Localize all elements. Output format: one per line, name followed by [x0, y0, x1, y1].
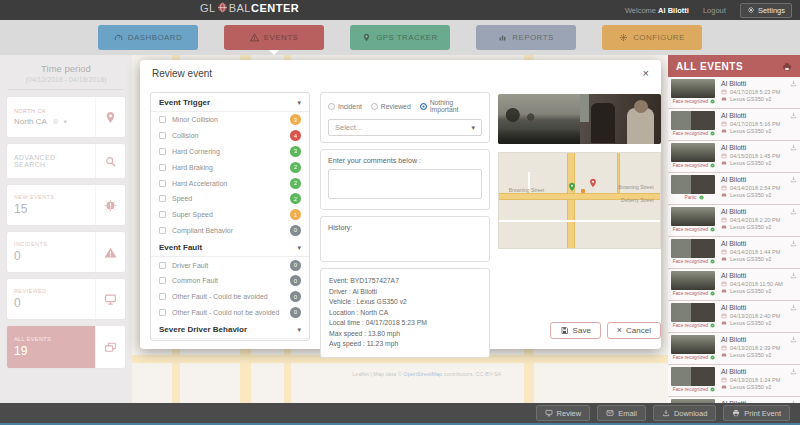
- event-card[interactable]: Face recognized Al Bilotti 04/14/2018 1:…: [668, 237, 800, 269]
- section-event-trigger[interactable]: Event Trigger ▾: [151, 93, 309, 112]
- end-marker-icon[interactable]: [588, 178, 598, 188]
- cancel-button[interactable]: × Cancel: [607, 322, 661, 339]
- radio-nothing-important[interactable]: Nothing Important: [420, 99, 482, 113]
- download-icon[interactable]: [790, 112, 797, 119]
- settings-button[interactable]: Settings: [740, 3, 792, 18]
- nav-dashboard-button[interactable]: DASHBOARD: [98, 25, 198, 50]
- print-event-button[interactable]: Print Event: [723, 405, 790, 421]
- event-thumbnail: [671, 111, 715, 130]
- download-icon[interactable]: [790, 80, 797, 87]
- checkbox[interactable]: [159, 132, 166, 139]
- event-card[interactable]: Face recognized Al Bilotti 04/13/2018 2:…: [668, 301, 800, 333]
- caret-down-icon: ▾: [297, 244, 301, 252]
- printer-icon[interactable]: [782, 57, 792, 75]
- event-card[interactable]: Face recognized Al Bilotti 04/14/2018 2:…: [668, 205, 800, 237]
- email-button[interactable]: Email: [597, 405, 646, 421]
- fault-common-fault[interactable]: Common Fault0: [151, 273, 309, 289]
- download-button[interactable]: Download: [653, 405, 716, 421]
- event-card[interactable]: Face recognized Al Bilotti 04/13/2018 2:…: [668, 333, 800, 365]
- download-icon[interactable]: [790, 368, 797, 375]
- review-form-column: Incident Reviewed Nothing Important Sele…: [320, 92, 490, 341]
- event-card[interactable]: Face recognized Al Bilotti 04/17/2018 5:…: [668, 77, 800, 109]
- download-icon[interactable]: [790, 304, 797, 311]
- trigger-collision[interactable]: Collision4: [151, 128, 309, 144]
- trigger-speed[interactable]: Speed2: [151, 191, 309, 207]
- trigger-super-speed[interactable]: Super Speed1: [151, 207, 309, 223]
- checkbox[interactable]: [159, 227, 166, 234]
- checkbox[interactable]: [159, 262, 166, 269]
- section-event-fault[interactable]: Event Fault ▾: [151, 238, 309, 257]
- trigger-minor-collision[interactable]: Minor Collision3: [151, 112, 309, 128]
- checkbox[interactable]: [159, 309, 166, 316]
- close-icon[interactable]: ×: [643, 68, 649, 79]
- radio-dot[interactable]: [328, 103, 335, 110]
- close-icon: ×: [617, 326, 622, 335]
- event-card[interactable]: Panic Al Bilotti 04/14/2018 2:54 PM Lexu…: [668, 173, 800, 205]
- download-icon[interactable]: [790, 272, 797, 279]
- comments-panel: Enter your comments below :: [320, 149, 490, 210]
- checkbox[interactable]: [159, 180, 166, 187]
- check-circle-icon: [710, 131, 715, 136]
- trigger-hard-cornering[interactable]: Hard Cornering3: [151, 144, 309, 160]
- checkbox[interactable]: [159, 148, 166, 155]
- start-marker-icon[interactable]: [567, 182, 577, 192]
- event-status: Face recognized: [671, 387, 717, 392]
- calendar-icon: [721, 377, 727, 383]
- event-location-map[interactable]: Browning Street Browning Street Deberry …: [498, 152, 661, 249]
- comments-textarea[interactable]: [328, 169, 482, 199]
- fault-other-avoidable[interactable]: Other Fault - Could be avoided0: [151, 289, 309, 305]
- event-card[interactable]: Face recognized Al Bilotti 04/15/2018 1:…: [668, 141, 800, 173]
- event-card[interactable]: Face recognized Al Bilotti 04/14/2018 11…: [668, 269, 800, 301]
- checkbox[interactable]: [159, 277, 166, 284]
- radio-incident[interactable]: Incident: [328, 103, 362, 110]
- event-vehicle: Lexus GS350 v2: [730, 128, 771, 134]
- download-icon[interactable]: [790, 176, 797, 183]
- checkbox[interactable]: [159, 164, 166, 171]
- checkbox[interactable]: [159, 211, 166, 218]
- caret-down-icon: ▾: [297, 326, 301, 334]
- download-icon[interactable]: [790, 144, 797, 151]
- download-icon[interactable]: [790, 240, 797, 247]
- count-badge: 4: [290, 130, 301, 141]
- radio-dot[interactable]: [371, 103, 378, 110]
- radio-dot[interactable]: [420, 103, 427, 110]
- count-badge: 0: [290, 260, 301, 271]
- event-vehicle: Lexus GS350 v2: [730, 256, 771, 262]
- download-icon[interactable]: [790, 336, 797, 343]
- review-button[interactable]: Review: [536, 405, 591, 421]
- checkbox[interactable]: [159, 116, 166, 123]
- calendar-icon: [721, 153, 727, 159]
- event-point-marker: [581, 189, 585, 193]
- logo-text-center: CENTER: [251, 2, 299, 14]
- car-icon: [721, 96, 727, 102]
- save-button[interactable]: Save: [550, 322, 601, 339]
- section-severe-driver-behavior[interactable]: Severe Driver Behavior ▾: [151, 320, 309, 339]
- nav-configure-button[interactable]: CONFIGURE: [602, 25, 702, 50]
- radio-reviewed[interactable]: Reviewed: [371, 103, 411, 110]
- checkbox[interactable]: [159, 195, 166, 202]
- logout-link[interactable]: Logout: [703, 6, 726, 15]
- street-label: Browning Street: [618, 184, 654, 190]
- dashcam-snapshot[interactable]: [498, 94, 661, 144]
- check-circle-icon: [710, 163, 715, 168]
- event-card[interactable]: Face recognized Al Bilotti 04/17/2018 5:…: [668, 109, 800, 141]
- trigger-hard-braking[interactable]: Hard Braking2: [151, 159, 309, 175]
- download-icon[interactable]: [790, 208, 797, 215]
- calendar-icon: [721, 345, 727, 351]
- trigger-hard-acceleration[interactable]: Hard Acceleration2: [151, 175, 309, 191]
- calendar-icon: [721, 217, 727, 223]
- event-card[interactable]: Face recognized Al Bilotti 04/13/2018 1:…: [668, 365, 800, 397]
- fault-other-unavoidable[interactable]: Other Fault - Could not be avoided0: [151, 305, 309, 321]
- count-badge: 2: [290, 178, 301, 189]
- nav-reports-button[interactable]: REPORTS: [476, 25, 576, 50]
- behavior-driver-unbelted[interactable]: Driver Unbelted3: [151, 339, 309, 341]
- nav-events-button[interactable]: EVENTS: [224, 25, 324, 50]
- checkbox[interactable]: [159, 293, 166, 300]
- count-badge: 0: [290, 225, 301, 236]
- nav-gps-tracker-button[interactable]: GPS TRACKER: [350, 25, 450, 50]
- fault-driver-fault[interactable]: Driver Fault0: [151, 257, 309, 273]
- trigger-compliant-behavior[interactable]: Compliant Behavior0: [151, 222, 309, 238]
- media-column: Browning Street Browning Street Deberry …: [498, 92, 661, 341]
- events-list: Face recognized Al Bilotti 04/17/2018 5:…: [668, 77, 800, 403]
- category-select[interactable]: Select... ▾: [328, 119, 482, 136]
